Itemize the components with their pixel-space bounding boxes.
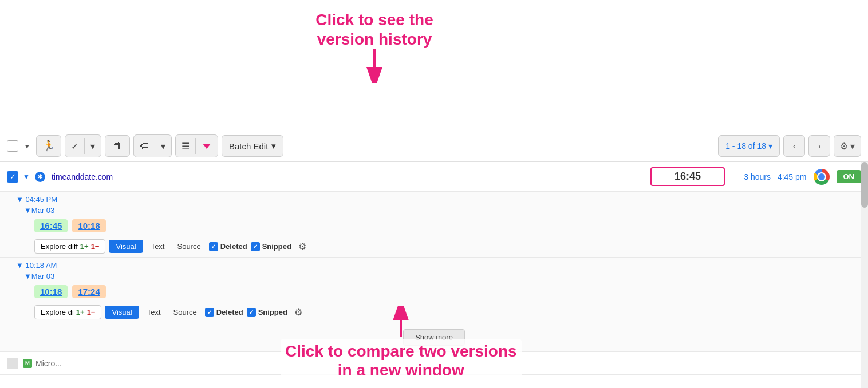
site-row-timeanddate: ✓ ▼ ✱ timeanddate.com 16:45 3 hours 4:45… — [0, 162, 868, 192]
trash-icon: 🗑 — [113, 141, 122, 151]
row-checkbox-partial[interactable] — [7, 358, 18, 369]
batch-edit-dropdown-icon: ▾ — [271, 141, 276, 151]
site-favicon-partial: M — [23, 359, 32, 368]
deleted-checkbox-2[interactable]: ✓ — [205, 308, 214, 317]
show-more-button[interactable]: Show more — [403, 329, 465, 346]
bottom-site-row-partial: M Micro... — [0, 352, 868, 375]
annotation-top: Click to see the version history — [286, 0, 463, 83]
snipped-label-1: ✓ Snipped — [251, 242, 291, 251]
explore-diff-label-2: Explore di — [41, 308, 74, 316]
pagination-dropdown-icon: ▾ — [768, 141, 772, 151]
running-man-icon: 🏃 — [42, 140, 55, 152]
explore-diff-button-2[interactable]: Explore di 1+ 1− — [34, 305, 101, 319]
diff-controls-row-1: Explore diff 1+ 1− Visual Text Source ✓ … — [0, 236, 868, 257]
diff-plus-2: 1+ — [76, 308, 85, 316]
version-tags-row-2: 10:18 17:24 — [0, 283, 868, 302]
annotation-top-text: Click to see the version history — [286, 10, 463, 49]
select-dropdown-arrow[interactable]: ▾ — [22, 140, 33, 153]
version-time-header-2[interactable]: ▼ 10:18 AM — [0, 258, 868, 271]
version-time-header-1[interactable]: ▼ 04:45 PM — [0, 192, 868, 205]
pagination-control[interactable]: 1 - 18 of 18 ▾ — [718, 135, 780, 157]
deleted-label-2: ✓ Deleted — [205, 308, 243, 317]
tag-dropdown[interactable]: ▾ — [155, 135, 171, 157]
version-tag-1a[interactable]: 16:45 — [34, 219, 68, 232]
version-tag-1b[interactable]: 10:18 — [72, 219, 105, 232]
content-area: ✓ ▼ ✱ timeanddate.com 16:45 3 hours 4:45… — [0, 162, 868, 388]
deleted-label-1: ✓ Deleted — [209, 242, 247, 251]
diff-settings-icon-1[interactable]: ⚙ — [298, 241, 306, 252]
version-tag-2b[interactable]: 17:24 — [72, 285, 105, 298]
favicon-icon: ✱ — [34, 171, 46, 183]
scrollbar-thumb[interactable] — [861, 162, 868, 208]
row-expand-arrow[interactable]: ▼ — [23, 173, 30, 181]
diff-settings-icon-2[interactable]: ⚙ — [294, 307, 302, 318]
time-badge: 4:45 pm — [778, 172, 807, 181]
gear-icon: ⚙ — [840, 141, 848, 152]
select-all-checkbox[interactable] — [7, 140, 18, 152]
svg-text:✱: ✱ — [37, 173, 43, 181]
snipped-checkbox-2[interactable]: ✓ — [247, 308, 256, 317]
check-button[interactable]: ✓ — [65, 135, 84, 157]
explore-diff-button-1[interactable]: Explore diff 1+ 1− — [34, 239, 105, 254]
source-button-1[interactable]: Source — [172, 240, 205, 253]
text-button-1[interactable]: Text — [147, 240, 169, 253]
menu-button[interactable]: ☰ — [176, 135, 195, 157]
menu-dropdown-arrow[interactable] — [196, 135, 218, 157]
row-checkbox[interactable]: ✓ — [7, 171, 18, 183]
snipped-label-2: ✓ Snipped — [247, 308, 287, 317]
down-arrow-icon — [202, 141, 212, 151]
on-badge[interactable]: ON — [837, 170, 862, 183]
site-favicon: ✱ — [34, 171, 46, 183]
tag-button[interactable]: 🏷 — [134, 135, 155, 157]
deleted-checkbox-1[interactable]: ✓ — [209, 242, 218, 251]
gear-dropdown-icon: ▾ — [850, 141, 855, 152]
snipped-checkbox-1[interactable]: ✓ — [251, 242, 260, 251]
check-button-group: ✓ ▾ — [65, 134, 101, 157]
settings-button[interactable]: ⚙ ▾ — [834, 135, 861, 157]
visual-button-1[interactable]: Visual — [109, 240, 143, 253]
text-button-2[interactable]: Text — [143, 306, 165, 319]
diff-minus-2: 1− — [87, 308, 96, 316]
version-date-header-2[interactable]: ▼Mar 03 — [0, 271, 868, 283]
arrow-down-icon — [363, 49, 386, 83]
visual-button-2[interactable]: Visual — [105, 306, 139, 319]
pagination-label: 1 - 18 of 18 — [725, 141, 766, 151]
prev-icon: ‹ — [793, 141, 796, 151]
tag-button-group: 🏷 ▾ — [133, 134, 172, 157]
prev-page-button[interactable]: ‹ — [783, 135, 805, 157]
site-name-partial: Micro... — [35, 359, 62, 368]
site-name: timeanddate.com — [52, 172, 559, 181]
menu-button-group: ☰ — [175, 134, 218, 157]
version-section-1: ▼ 04:45 PM ▼Mar 03 16:45 10:18 Explore d… — [0, 192, 868, 258]
source-button-2[interactable]: Source — [169, 306, 202, 319]
toolbar: ▾ 🏃 ✓ ▾ 🗑 🏷 ▾ ☰ — [0, 130, 868, 162]
show-more-row: Show more — [0, 323, 868, 352]
browser-icon — [814, 169, 830, 185]
batch-edit-button[interactable]: Batch Edit ▾ — [222, 135, 283, 157]
scrollbar[interactable] — [861, 162, 868, 388]
diff-plus-1: 1+ — [80, 242, 89, 251]
svg-marker-2 — [203, 144, 211, 149]
batch-edit-label: Batch Edit — [229, 141, 268, 151]
next-icon: › — [818, 141, 821, 151]
run-button[interactable]: 🏃 — [36, 135, 61, 157]
next-page-button[interactable]: › — [808, 135, 830, 157]
version-section-2: ▼ 10:18 AM ▼Mar 03 10:18 17:24 Explore d… — [0, 258, 868, 323]
diff-controls-row-2: Explore di 1+ 1− Visual Text Source ✓ De… — [0, 302, 868, 323]
version-tag-2a[interactable]: 10:18 — [34, 285, 68, 298]
version-tags-row-1: 16:45 10:18 — [0, 217, 868, 236]
delete-button[interactable]: 🗑 — [105, 135, 130, 157]
time-input[interactable]: 16:45 — [650, 167, 725, 186]
diff-minus-1: 1− — [91, 242, 100, 251]
explore-diff-label-1: Explore diff — [41, 242, 78, 251]
hours-badge: 3 hours — [725, 172, 771, 181]
check-dropdown[interactable]: ▾ — [85, 135, 101, 157]
version-date-header-1[interactable]: ▼Mar 03 — [0, 205, 868, 217]
tag-icon: 🏷 — [140, 141, 149, 151]
